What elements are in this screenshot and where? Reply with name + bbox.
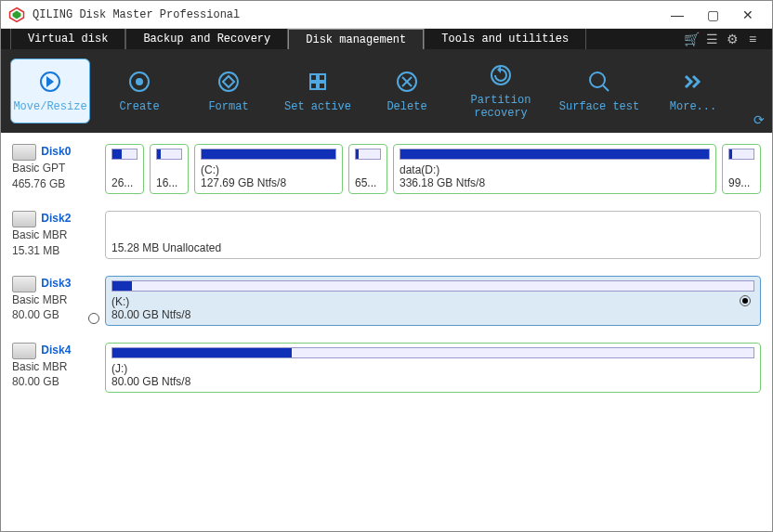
disk-row: Disk2 Basic MBR 15.31 MB 15.28 MB Unallo… (12, 211, 761, 259)
partition[interactable]: (C:) 127.69 GB Ntfs/8 (194, 144, 343, 194)
tool-delete[interactable]: Delete (367, 58, 447, 123)
disk-info[interactable]: Disk2 Basic MBR 15.31 MB (12, 211, 98, 259)
close-button[interactable]: ✕ (739, 7, 757, 22)
svg-marker-1 (13, 10, 21, 19)
partition[interactable]: 26... (105, 144, 144, 194)
disk-type: Basic MBR (12, 227, 98, 243)
tab-disk-management[interactable]: Disk management (288, 29, 424, 49)
gear-icon[interactable]: ⚙ (722, 29, 742, 49)
disk-name: Disk4 (41, 344, 71, 357)
tool-surface-test[interactable]: Surface test (555, 58, 644, 123)
disk-size: 80.00 GB (12, 307, 98, 323)
format-icon (216, 69, 242, 95)
surface-test-icon (586, 69, 612, 95)
partition-recovery-icon (488, 62, 514, 88)
svg-rect-7 (319, 74, 325, 81)
tool-create[interactable]: Create (99, 58, 179, 123)
svg-rect-9 (319, 83, 325, 89)
svg-rect-8 (310, 83, 317, 89)
partition[interactable]: 16... (150, 144, 189, 194)
create-icon (126, 69, 152, 95)
title-bar: QILING Disk Master Professional — ▢ ✕ (1, 1, 772, 29)
disk-size: 80.00 GB (12, 374, 98, 390)
svg-point-15 (590, 72, 605, 87)
tab-tools-utilities[interactable]: Tools and utilities (424, 29, 586, 49)
partition[interactable]: data(D:) 336.18 GB Ntfs/8 (393, 144, 716, 194)
tool-more[interactable]: More... (653, 58, 733, 123)
toolbar: Move/Resize Create Format Set active Del… (1, 49, 772, 133)
disk-size: 465.76 GB (12, 176, 98, 192)
partition[interactable]: 65... (348, 144, 387, 194)
set-active-icon (305, 69, 331, 95)
minimize-button[interactable]: — (668, 7, 687, 22)
delete-icon (394, 69, 420, 95)
partition-selected[interactable]: (K:) 80.00 GB Ntfs/8 (105, 276, 761, 326)
disk-name: Disk0 (41, 145, 71, 158)
disk-icon (12, 343, 36, 359)
partition[interactable]: (J:) 80.00 GB Ntfs/8 (105, 343, 761, 393)
app-logo-icon (8, 6, 25, 23)
disk-row: Disk4 Basic MBR 80.00 GB (J:) 80.00 GB N… (12, 343, 761, 393)
disk-name: Disk2 (41, 212, 71, 225)
tab-virtual-disk[interactable]: Virtual disk (10, 29, 125, 49)
disk-icon (12, 276, 36, 292)
menu-bar: Virtual disk Backup and Recovery Disk ma… (1, 29, 772, 49)
partition[interactable]: 99... (722, 144, 761, 194)
disk-size: 15.31 MB (12, 243, 98, 259)
move-resize-icon (37, 69, 63, 95)
tab-backup-recovery[interactable]: Backup and Recovery (125, 29, 288, 49)
partition-unallocated[interactable]: 15.28 MB Unallocated (105, 211, 761, 259)
disk-type: Basic MBR (12, 292, 98, 308)
disk-name: Disk3 (41, 277, 71, 290)
disk-row: Disk0 Basic GPT 465.76 GB 26... 16... (C… (12, 144, 761, 194)
disk-icon (12, 144, 36, 161)
partition-radio-checked[interactable] (740, 295, 751, 306)
menu-icon[interactable]: ≡ (742, 29, 763, 49)
disk-row: Disk3 Basic MBR 80.00 GB (K:) 80.00 GB N… (12, 276, 761, 326)
tool-partition-recovery[interactable]: Partition recovery (456, 58, 545, 123)
disk-info[interactable]: Disk4 Basic MBR 80.00 GB (12, 343, 98, 393)
tool-format[interactable]: Format (189, 58, 269, 123)
disk-type: Basic GPT (12, 161, 98, 176)
tool-move-resize[interactable]: Move/Resize (10, 58, 90, 123)
disk-icon (12, 211, 36, 227)
svg-rect-6 (310, 74, 317, 81)
svg-line-16 (603, 85, 609, 91)
svg-point-4 (136, 78, 143, 85)
window-title: QILING Disk Master Professional (33, 8, 668, 21)
disk-radio[interactable] (88, 313, 99, 324)
disk-info[interactable]: Disk0 Basic GPT 465.76 GB (12, 144, 98, 194)
list-icon[interactable]: ☰ (701, 29, 722, 49)
refresh-icon[interactable]: ⟳ (753, 112, 765, 127)
maximize-button[interactable]: ▢ (703, 7, 722, 22)
tool-set-active[interactable]: Set active (278, 58, 358, 123)
disk-list: Disk0 Basic GPT 465.76 GB 26... 16... (C… (1, 133, 772, 531)
disk-type: Basic MBR (12, 359, 98, 375)
more-icon (680, 69, 706, 95)
cart-icon[interactable]: 🛒 (681, 29, 701, 49)
disk-info[interactable]: Disk3 Basic MBR 80.00 GB (12, 276, 98, 326)
